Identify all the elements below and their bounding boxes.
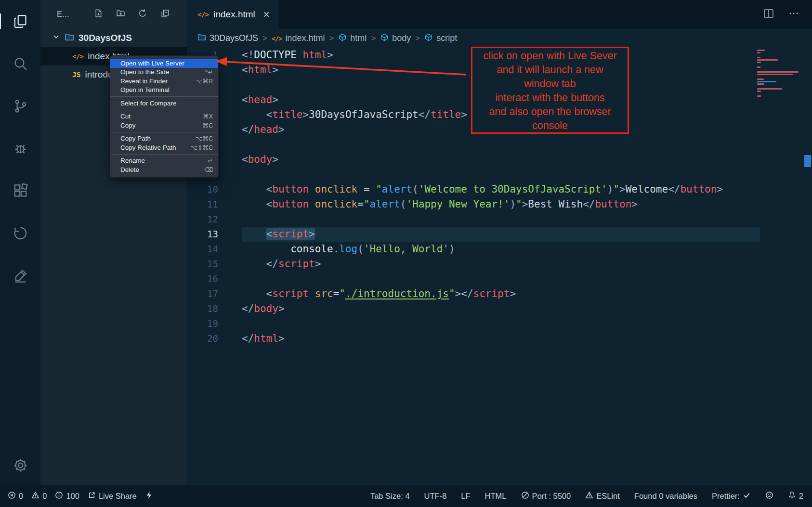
code-token[interactable]: button: [272, 198, 309, 210]
menu-item-copy[interactable]: Copy⌘C: [110, 121, 218, 130]
code-token[interactable]: script: [473, 288, 510, 299]
code-token[interactable]: ": [364, 198, 370, 210]
code-token[interactable]: [242, 228, 266, 240]
code-token[interactable]: [309, 198, 315, 210]
code-token[interactable]: (: [357, 243, 364, 255]
code-text[interactable]: </body>: [242, 301, 285, 316]
code-token[interactable]: html: [248, 64, 273, 76]
code-text[interactable]: console.log('Hello, World'): [242, 242, 455, 257]
code-token[interactable]: >: [619, 183, 626, 195]
code-token[interactable]: [309, 288, 315, 299]
code-token[interactable]: >: [278, 124, 285, 135]
menu-item-delete[interactable]: Delete⌫: [110, 165, 218, 174]
code-token[interactable]: [242, 288, 266, 299]
code-line-7[interactable]: 7: [187, 137, 812, 152]
code-token[interactable]: <: [242, 94, 248, 105]
code-token[interactable]: (: [412, 183, 419, 195]
code-line-10[interactable]: 10 <button onclick = "alert('Welcome to …: [187, 182, 812, 197]
status-0[interactable]: 0: [31, 491, 47, 501]
code-token[interactable]: [309, 183, 315, 195]
menu-item-rename[interactable]: Rename↵: [110, 156, 218, 166]
code-token[interactable]: >: [631, 198, 638, 210]
code-text[interactable]: </script>: [242, 257, 321, 272]
code-token[interactable]: Best Wish: [528, 198, 583, 210]
code-token[interactable]: </: [242, 333, 254, 344]
code-token[interactable]: 30DaysOfJavaScript: [309, 109, 419, 120]
menu-item-open-to-the-side[interactable]: Open to the Side^↵: [110, 68, 218, 77]
tab-index-html[interactable]: index.html ×: [187, 0, 278, 29]
collapse-all-icon[interactable]: [160, 9, 170, 20]
menu-item-select-for-compare[interactable]: Select for Compare: [110, 99, 218, 108]
code-line-14[interactable]: 14 console.log('Hello, World'): [187, 242, 812, 257]
menu-item-cut[interactable]: Cut⌘X: [110, 112, 218, 121]
code-token[interactable]: body: [254, 303, 278, 314]
code-token[interactable]: =: [357, 198, 364, 210]
code-line-8[interactable]: 8<body>: [187, 152, 812, 167]
code-token[interactable]: src: [315, 288, 333, 299]
code-line-16[interactable]: 16: [187, 272, 812, 286]
status-tab-size-4[interactable]: Tab Size: 4: [370, 492, 410, 501]
code-token[interactable]: >: [315, 258, 321, 270]
close-tab-icon[interactable]: ×: [263, 9, 270, 20]
code-token[interactable]: button: [680, 183, 717, 195]
code-token[interactable]: [242, 243, 290, 255]
code-text[interactable]: <script>: [242, 227, 315, 242]
code-token[interactable]: </: [242, 124, 254, 135]
code-token[interactable]: >: [278, 303, 285, 314]
code-token[interactable]: <: [266, 109, 273, 120]
code-token[interactable]: >: [272, 64, 278, 76]
live-share-icon[interactable]: [12, 224, 29, 242]
status-lf[interactable]: LF: [461, 492, 470, 501]
code-token[interactable]: ": [516, 198, 522, 210]
code-token[interactable]: ./introduction.js: [345, 288, 449, 299]
code-token[interactable]: <!: [242, 49, 254, 61]
status-100[interactable]: 100: [55, 491, 79, 501]
code-line-13[interactable]: 13 <script>: [187, 227, 812, 242]
code-text[interactable]: </html>: [242, 331, 285, 346]
code-text[interactable]: <body>: [242, 152, 278, 167]
code-token[interactable]: [242, 258, 266, 270]
settings-gear-icon[interactable]: [12, 456, 29, 474]
code-token[interactable]: </: [583, 198, 595, 210]
menu-item-open-with-live-server[interactable]: Open with Live Server: [110, 59, 218, 68]
status-2[interactable]: 2: [788, 491, 803, 501]
code-token[interactable]: <: [242, 154, 248, 165]
status-live-share[interactable]: Live Share: [88, 491, 137, 501]
status-0[interactable]: 0: [8, 491, 23, 501]
code-token[interactable]: ": [449, 288, 455, 299]
status-html[interactable]: HTML: [485, 492, 507, 501]
code-token[interactable]: >: [309, 228, 315, 240]
new-file-icon[interactable]: [94, 9, 103, 20]
code-token[interactable]: [297, 49, 303, 61]
code-line-17[interactable]: 17 <script src="./introduction.js"></scr…: [187, 286, 812, 301]
menu-item-copy-path[interactable]: Copy Path⌥⌘C: [110, 134, 218, 143]
code-line-19[interactable]: 19: [187, 316, 812, 331]
code-token[interactable]: >: [522, 198, 528, 210]
code-line-20[interactable]: 20</html>: [187, 331, 812, 346]
code-line-18[interactable]: 18</body>: [187, 301, 812, 316]
code-token[interactable]: title: [431, 109, 461, 120]
code-text[interactable]: <title>30DaysOfJavaScript</title>: [242, 107, 467, 122]
code-token[interactable]: .: [333, 243, 340, 255]
code-line-11[interactable]: 11 <button onclick="alert('Happy New Yea…: [187, 197, 812, 212]
code-token[interactable]: >: [302, 109, 309, 120]
code-token[interactable]: head: [248, 94, 273, 105]
split-editor-icon[interactable]: [763, 8, 774, 21]
code-text[interactable]: <head>: [242, 92, 278, 107]
code-text[interactable]: </head>: [242, 122, 285, 137]
code-token[interactable]: =: [357, 183, 376, 195]
code-token[interactable]: html: [302, 49, 327, 61]
source-control-icon[interactable]: [12, 97, 29, 115]
code-token[interactable]: alert: [370, 198, 400, 210]
status-port-5500[interactable]: Port : 5500: [521, 491, 571, 501]
status-lightning[interactable]: [145, 491, 153, 501]
code-token[interactable]: >: [510, 288, 516, 299]
status-eslint[interactable]: ESLint: [585, 491, 620, 501]
breadcrumb-item-body[interactable]: body: [380, 33, 411, 44]
code-token[interactable]: DOCTYPE: [254, 49, 297, 61]
code-text[interactable]: <script src="./introduction.js"></script…: [242, 286, 516, 301]
search-icon[interactable]: [12, 55, 29, 72]
code-token[interactable]: >: [327, 49, 333, 61]
code-token[interactable]: log: [339, 243, 357, 255]
code-token[interactable]: body: [248, 154, 273, 165]
